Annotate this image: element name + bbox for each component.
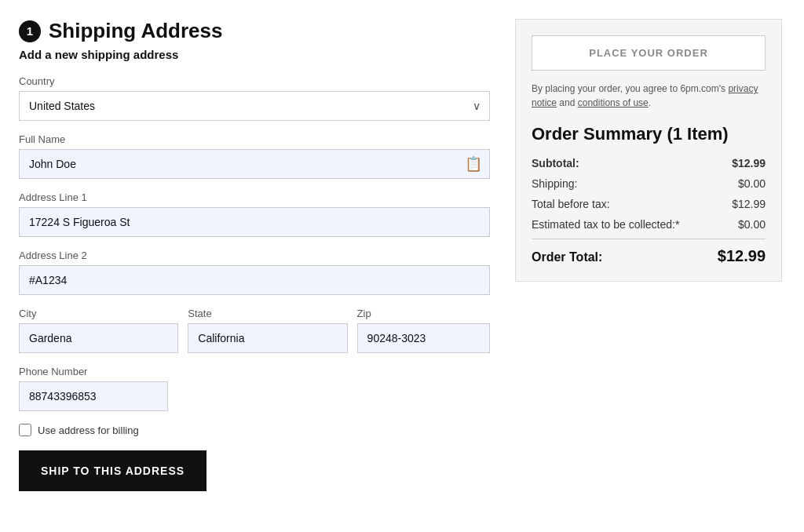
total-before-tax-value: $12.99	[732, 198, 766, 210]
zip-group: Zip	[357, 308, 490, 353]
place-order-button[interactable]: PLACE YOUR ORDER	[532, 35, 766, 71]
form-subtitle: Add a new shipping address	[19, 48, 490, 61]
phone-input[interactable]	[19, 381, 168, 411]
order-total-value: $12.99	[718, 247, 766, 265]
summary-row-estimated-tax: Estimated tax to be collected:* $0.00	[532, 218, 766, 231]
address2-group: Address Line 2	[19, 250, 490, 295]
zip-input[interactable]	[357, 323, 490, 353]
country-label: Country	[19, 75, 490, 87]
billing-checkbox[interactable]	[19, 424, 31, 436]
country-group: Country United States ∨	[19, 75, 490, 121]
summary-row-total-before-tax: Total before tax: $12.99	[532, 198, 766, 210]
subtotal-label: Subtotal:	[532, 157, 579, 169]
conditions-of-use-link[interactable]: conditions of use	[578, 97, 649, 108]
address1-input[interactable]	[19, 207, 490, 237]
total-before-tax-label: Total before tax:	[532, 198, 610, 210]
left-panel: 1 Shipping Address Add a new shipping ad…	[19, 19, 490, 491]
city-label: City	[19, 308, 178, 319]
address2-label: Address Line 2	[19, 250, 490, 261]
order-total-label: Order Total:	[532, 250, 602, 264]
billing-checkbox-row: Use address for billing	[19, 424, 490, 436]
estimated-tax-label: Estimated tax to be collected:*	[532, 218, 679, 231]
summary-row-subtotal: Subtotal: $12.99	[532, 157, 766, 169]
country-select-wrapper: United States ∨	[19, 91, 490, 121]
phone-group: Phone Number	[19, 366, 490, 411]
order-total-row: Order Total: $12.99	[532, 247, 766, 265]
page-header: 1 Shipping Address	[19, 19, 490, 43]
phone-label: Phone Number	[19, 366, 490, 377]
subtotal-value: $12.99	[732, 157, 766, 169]
page-title: Shipping Address	[49, 19, 223, 43]
state-group: State	[188, 308, 347, 353]
country-select[interactable]: United States	[19, 91, 490, 121]
summary-row-shipping: Shipping: $0.00	[532, 177, 766, 190]
order-summary-title: Order Summary (1 Item)	[532, 124, 766, 144]
full-name-wrapper: 📋	[19, 149, 490, 179]
summary-divider	[532, 239, 766, 239]
city-group: City	[19, 308, 178, 353]
zip-label: Zip	[357, 308, 490, 319]
page-container: 1 Shipping Address Add a new shipping ad…	[19, 19, 785, 491]
legal-text-and: and	[557, 97, 578, 108]
state-label: State	[188, 308, 347, 319]
right-panel: PLACE YOUR ORDER By placing your order, …	[515, 19, 782, 491]
full-name-label: Full Name	[19, 133, 490, 145]
legal-text-prefix: By placing your order, you agree to 6pm.…	[532, 83, 728, 94]
state-input[interactable]	[188, 323, 347, 353]
full-name-input[interactable]	[19, 149, 490, 179]
order-panel: PLACE YOUR ORDER By placing your order, …	[515, 19, 782, 282]
city-state-zip-row: City State Zip	[19, 308, 490, 366]
shipping-label: Shipping:	[532, 177, 577, 190]
billing-checkbox-label: Use address for billing	[38, 425, 139, 436]
full-name-group: Full Name 📋	[19, 133, 490, 179]
shipping-value: $0.00	[738, 177, 766, 190]
id-card-icon: 📋	[465, 155, 482, 173]
legal-text: By placing your order, you agree to 6pm.…	[532, 82, 766, 110]
estimated-tax-value: $0.00	[738, 218, 766, 231]
ship-to-address-button[interactable]: SHIP TO THIS ADDRESS	[19, 450, 206, 491]
address1-label: Address Line 1	[19, 191, 490, 203]
legal-text-end: .	[649, 97, 651, 108]
step-badge: 1	[19, 20, 41, 42]
phone-input-wrapper	[19, 381, 168, 411]
city-input[interactable]	[19, 323, 178, 353]
address2-input[interactable]	[19, 265, 490, 295]
address1-group: Address Line 1	[19, 191, 490, 237]
